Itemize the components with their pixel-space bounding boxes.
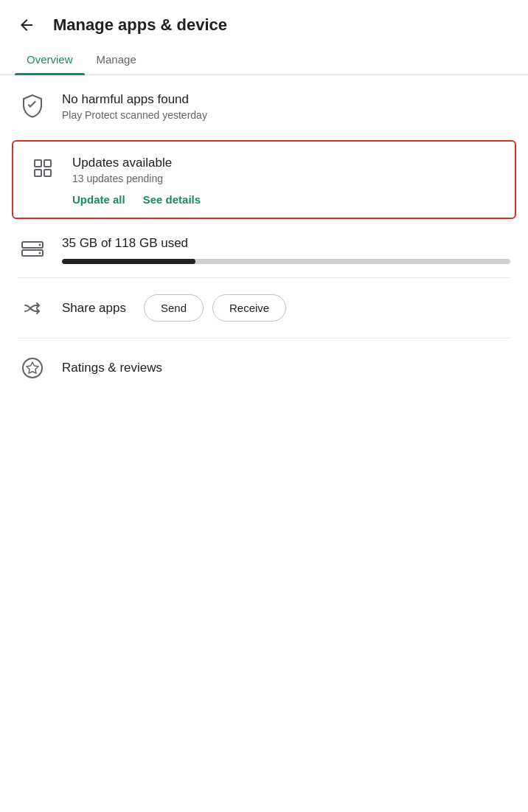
updates-inner: Updates available 13 updates pending [28,155,500,184]
updates-title: Updates available [72,155,500,171]
send-button[interactable]: Send [144,294,204,322]
updates-actions: Update all See details [28,184,500,218]
play-protect-title: No harmful apps found [62,91,510,108]
storage-progress-fill [62,259,195,264]
share-apps-label: Share apps [62,301,126,316]
shield-icon [18,93,47,119]
share-buttons: Send Receive [144,294,286,322]
ratings-text: Ratings & reviews [62,360,510,376]
play-protect-row: No harmful apps found Play Protect scann… [0,75,528,137]
play-protect-subtitle: Play Protect scanned yesterday [62,109,510,121]
svg-rect-4 [44,170,51,176]
share-text-buttons: Share apps Send Receive [62,294,510,322]
tab-manage[interactable]: Manage [85,44,148,74]
svg-rect-2 [44,160,51,167]
storage-title: 35 GB of 118 GB used [62,235,510,251]
star-icon [18,355,47,381]
play-protect-text: No harmful apps found Play Protect scann… [62,91,510,121]
header: Manage apps & device [0,0,528,44]
storage-progress-bar [62,259,510,264]
back-button[interactable] [15,13,38,37]
svg-marker-0 [28,101,37,108]
updates-section: Updates available 13 updates pending Upd… [12,140,516,219]
see-details-link[interactable]: See details [143,193,201,206]
ratings-row: Ratings & reviews [0,339,528,398]
updates-subtitle: 13 updates pending [72,173,500,184]
update-all-link[interactable]: Update all [72,193,125,206]
ratings-label: Ratings & reviews [62,360,510,376]
receive-button[interactable]: Receive [212,294,286,322]
share-apps-row: Share apps Send Receive [0,278,528,338]
svg-rect-1 [35,160,41,167]
svg-rect-3 [35,170,41,176]
storage-row: 35 GB of 118 GB used [0,222,528,277]
tabs-bar: Overview Manage [0,44,528,75]
svg-point-9 [23,358,42,378]
share-icon [18,295,47,322]
storage-text: 35 GB of 118 GB used [62,235,510,264]
svg-point-6 [39,244,41,246]
page-title: Manage apps & device [53,15,227,35]
apps-grid-icon [28,155,58,181]
storage-icon [18,235,47,262]
tab-overview[interactable]: Overview [15,44,85,74]
svg-point-8 [39,252,41,254]
updates-text: Updates available 13 updates pending [72,155,500,184]
